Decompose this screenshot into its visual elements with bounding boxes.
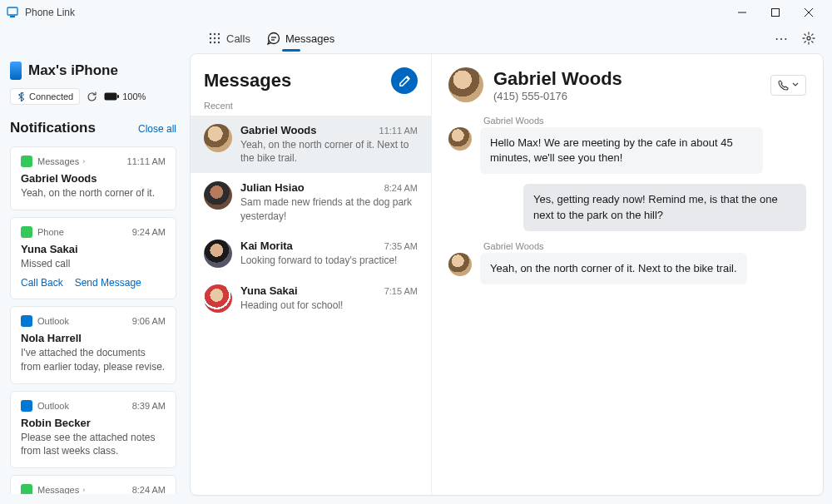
message-row: Yes, getting ready now! Remind me, is th… xyxy=(448,184,806,230)
messages-app-icon xyxy=(21,484,32,494)
chevron-right-icon: › xyxy=(82,486,85,494)
tab-calls-label: Calls xyxy=(226,32,250,45)
thread-time: 11:11 AM xyxy=(379,126,418,136)
sidebar: Max's iPhone Connected 100% Notification… xyxy=(0,52,186,504)
thread-time: 8:24 AM xyxy=(384,183,418,193)
notification-card[interactable]: Outlook8:39 AMRobin BeckerPlease see the… xyxy=(10,391,176,468)
message-sender: Gabriel Woods xyxy=(480,116,763,126)
message-bubble: Hello Max! We are meeting by the cafe in… xyxy=(480,127,763,174)
contact-avatar xyxy=(448,67,483,102)
notification-card[interactable]: Messages›8:24 AMJulian HsiaoSam made new… xyxy=(10,475,176,494)
tab-messages[interactable]: Messages xyxy=(259,28,343,48)
phone-icon xyxy=(10,62,22,80)
compose-button[interactable] xyxy=(391,67,418,94)
outlook-app-icon xyxy=(21,400,32,412)
notification-time: 9:24 AM xyxy=(132,227,166,237)
notification-action[interactable]: Call Back xyxy=(21,277,63,289)
refresh-button[interactable] xyxy=(87,91,97,102)
refresh-icon xyxy=(87,91,97,102)
thread-preview: Yeah, on the north corner of it. Next to… xyxy=(240,138,418,165)
message-row: Gabriel WoodsHello Max! We are meeting b… xyxy=(448,116,806,174)
thread-name: Gabriel Woods xyxy=(240,124,317,136)
svg-point-14 xyxy=(218,42,220,43)
notification-body: Please see the attached notes from last … xyxy=(21,431,166,457)
notification-app-label: Outlook xyxy=(37,401,69,411)
contact-name: Gabriel Woods xyxy=(493,68,760,90)
notification-title: Yuna Sakai xyxy=(21,243,166,255)
close-all-link[interactable]: Close all xyxy=(138,123,176,135)
notification-card[interactable]: Messages›11:11 AMGabriel WoodsYeah, on t… xyxy=(10,146,176,210)
more-button[interactable]: ⋯ xyxy=(768,27,795,50)
svg-point-11 xyxy=(218,37,220,39)
notification-action[interactable]: Send Message xyxy=(75,277,141,289)
center-panel: Messages Recent Gabriel Woods11:11 AMYea… xyxy=(190,53,824,496)
svg-point-13 xyxy=(214,42,215,43)
app-icon xyxy=(7,7,18,18)
notification-time: 9:06 AM xyxy=(132,316,166,326)
notification-actions: Call BackSend Message xyxy=(21,277,166,289)
thread-item[interactable]: Julian Hsiao8:24 AMSam made new friends … xyxy=(191,173,431,230)
notifications-list: Messages›11:11 AMGabriel WoodsYeah, on t… xyxy=(10,146,176,494)
message-avatar xyxy=(448,127,472,151)
call-button[interactable] xyxy=(770,75,806,96)
battery-icon xyxy=(104,92,119,101)
svg-rect-0 xyxy=(7,7,17,15)
thread-item[interactable]: Gabriel Woods11:11 AMYeah, on the north … xyxy=(191,116,431,173)
thread-item[interactable]: Yuna Sakai7:15 AMHeading out for school! xyxy=(191,276,431,321)
notification-body: Missed call xyxy=(21,257,166,270)
svg-point-6 xyxy=(210,33,211,35)
device-status-row: Connected 100% xyxy=(10,88,176,105)
svg-point-10 xyxy=(214,37,215,39)
message-list: Messages Recent Gabriel Woods11:11 AMYea… xyxy=(191,54,432,495)
chat-icon xyxy=(267,32,280,45)
top-nav: Calls Messages ⋯ xyxy=(0,25,832,52)
svg-point-8 xyxy=(218,33,220,35)
minimize-button[interactable] xyxy=(726,0,759,25)
notifications-heading: Notifications xyxy=(10,120,96,136)
svg-rect-19 xyxy=(105,93,117,101)
conversation-pane: Gabriel Woods (415) 555-0176 Gabriel Woo… xyxy=(432,54,823,495)
battery-label: 100% xyxy=(122,91,146,101)
svg-rect-1 xyxy=(10,16,15,17)
connection-status-label: Connected xyxy=(29,91,73,101)
notification-app-label: Messages xyxy=(37,156,79,166)
chevron-down-icon xyxy=(792,82,799,88)
svg-point-9 xyxy=(210,37,211,39)
thread-avatar xyxy=(204,181,232,210)
notification-app-label: Phone xyxy=(37,227,64,237)
conversation-header: Gabriel Woods (415) 555-0176 xyxy=(448,67,806,102)
notification-card[interactable]: Phone9:24 AMYuna SakaiMissed callCall Ba… xyxy=(10,217,176,299)
notification-time: 8:24 AM xyxy=(132,485,166,494)
thread-avatar xyxy=(204,240,232,268)
tab-calls[interactable]: Calls xyxy=(200,28,259,48)
outlook-app-icon xyxy=(21,315,32,327)
message-sender: Gabriel Woods xyxy=(480,241,747,251)
message-bubble: Yes, getting ready now! Remind me, is th… xyxy=(523,184,806,230)
tab-messages-label: Messages xyxy=(285,32,334,45)
notification-time: 11:11 AM xyxy=(127,156,166,166)
thread-time: 7:35 AM xyxy=(384,241,418,251)
contact-phone: (415) 555-0176 xyxy=(493,90,760,102)
thread-name: Julian Hsiao xyxy=(240,181,305,194)
thread-preview: Heading out for school! xyxy=(240,299,418,312)
message-avatar xyxy=(448,253,472,276)
maximize-button[interactable] xyxy=(759,0,792,25)
connection-status[interactable]: Connected xyxy=(10,88,80,105)
thread-avatar xyxy=(204,124,232,152)
device-name-label: Max's iPhone xyxy=(28,62,118,79)
notification-card[interactable]: Outlook9:06 AMNola HarrellI've attached … xyxy=(10,306,176,383)
close-button[interactable] xyxy=(792,0,825,25)
notification-body: Yeah, on the north corner of it. xyxy=(21,186,166,200)
svg-rect-20 xyxy=(117,95,119,98)
compose-icon xyxy=(399,75,411,87)
device-name: Max's iPhone xyxy=(10,58,176,82)
thread-item[interactable]: Kai Morita7:35 AMLooking forward to toda… xyxy=(191,231,431,276)
thread-preview: Looking forward to today's practice! xyxy=(240,254,418,267)
settings-button[interactable] xyxy=(795,28,822,48)
dialpad-icon xyxy=(208,32,221,45)
message-row: Gabriel WoodsYeah, on the north corner o… xyxy=(448,241,806,284)
thread-time: 7:15 AM xyxy=(384,286,418,296)
app-title: Phone Link xyxy=(25,7,75,18)
chevron-right-icon: › xyxy=(82,157,85,166)
bluetooth-icon xyxy=(17,92,26,101)
